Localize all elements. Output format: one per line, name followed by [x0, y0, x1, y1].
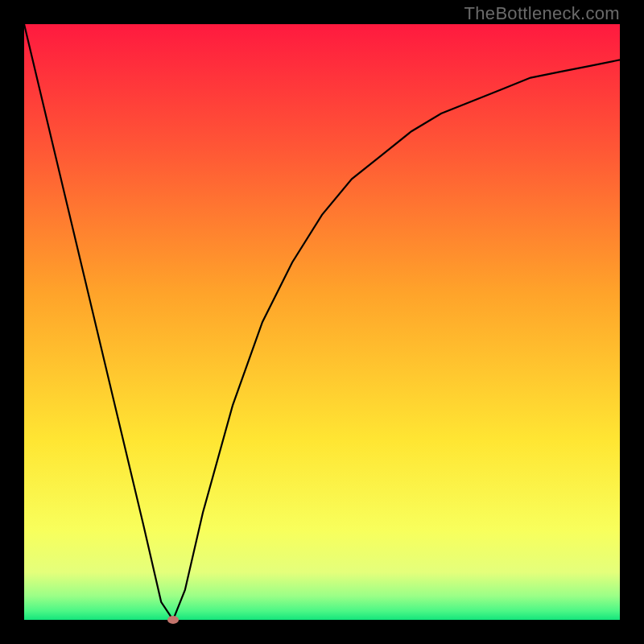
- chart-plot-area: [24, 24, 620, 620]
- curve-path: [24, 24, 620, 620]
- watermark-text: TheBottleneck.com: [464, 3, 620, 24]
- bottleneck-curve: [24, 24, 620, 620]
- optimal-marker: [167, 616, 179, 624]
- chart-frame: TheBottleneck.com: [0, 0, 644, 644]
